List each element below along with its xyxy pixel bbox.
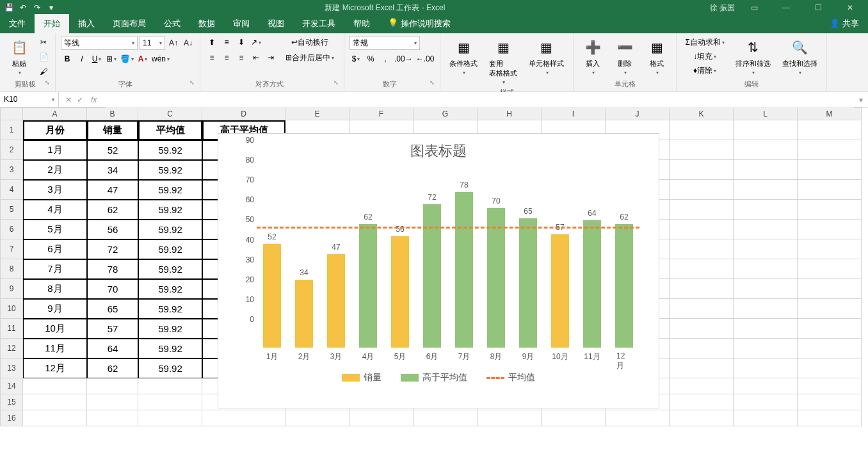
cell[interactable] [798,140,862,160]
row-header-12[interactable]: 12 [0,339,23,358]
cell[interactable] [285,410,350,426]
cell[interactable] [87,394,138,410]
sort-filter-button[interactable]: ⇅排序和筛选▾ [732,36,775,77]
select-all-corner[interactable] [0,108,23,120]
cell[interactable] [350,410,414,426]
format-cells-button[interactable]: ▦格式▾ [643,36,671,77]
chart-title[interactable]: 图表标题 [218,134,659,168]
cell[interactable]: 59.92 [138,319,202,339]
cell[interactable] [734,358,798,378]
find-select-button[interactable]: 🔍查找和选择▾ [778,36,821,77]
cell[interactable]: 3月 [23,180,87,200]
indent-decrease-icon[interactable]: ⇤ [250,51,262,64]
tab-layout[interactable]: 页面布局 [104,14,155,33]
tell-me[interactable]: 💡操作说明搜索 [379,14,460,33]
col-header-G[interactable]: G [414,108,478,120]
row-header-13[interactable]: 13 [0,358,23,378]
bar[interactable]: 47 [327,254,345,348]
cell[interactable] [23,378,87,394]
cell[interactable]: 47 [87,180,138,200]
chart-object[interactable]: 图表标题 0102030405060708090 523447625672787… [218,133,659,408]
cell[interactable] [798,120,862,140]
align-center-icon[interactable]: ≡ [220,51,233,64]
row-header-15[interactable]: 15 [0,394,23,410]
cell[interactable] [670,200,734,220]
plot-area[interactable]: 523447625672787065576462 [257,168,639,348]
bar[interactable]: 65 [519,218,537,348]
cell[interactable]: 62 [87,358,138,378]
redo-icon[interactable]: ↷ [32,3,42,13]
cell[interactable]: 59.92 [138,220,202,239]
cell[interactable] [138,410,202,426]
cell[interactable]: 59.92 [138,299,202,319]
clear-button[interactable]: ♦ 清除▾ [682,64,727,77]
cell[interactable] [798,200,862,220]
border-button[interactable]: ⊞▾ [105,52,118,65]
cell[interactable] [23,394,87,410]
row-header-9[interactable]: 9 [0,279,23,299]
cell[interactable] [670,299,734,319]
cell[interactable] [138,378,202,394]
tab-formulas[interactable]: 公式 [155,14,189,33]
bar[interactable]: 64 [583,220,601,348]
cell[interactable] [734,339,798,358]
align-left-icon[interactable]: ≡ [205,51,218,64]
bar[interactable]: 56 [391,236,409,348]
cell[interactable] [202,410,285,426]
cell[interactable] [734,180,798,200]
avg-line[interactable] [257,227,639,229]
cell[interactable] [734,259,798,279]
cell[interactable]: 2月 [23,160,87,180]
cell[interactable]: 59.92 [138,140,202,160]
merge-center-button[interactable]: ⊞ 合并后居中▾ [281,51,339,64]
cell[interactable] [414,410,478,426]
italic-button[interactable]: I [76,52,88,65]
share-button[interactable]: 👤 共享 [821,14,868,33]
cell[interactable]: 59.92 [138,358,202,378]
cell[interactable] [734,140,798,160]
autosum-button[interactable]: Σ 自动求和▾ [682,36,727,49]
cell[interactable] [798,180,862,200]
minimize-icon[interactable]: — [773,0,799,15]
cell[interactable] [734,410,798,426]
table-format-button[interactable]: ▦套用 表格格式▾ [485,36,521,86]
close-icon[interactable]: ✕ [837,0,863,15]
col-header-J[interactable]: J [606,108,670,120]
copy-icon[interactable]: 📄 [37,51,50,63]
cell[interactable] [798,239,862,259]
paste-button[interactable]: 📋粘贴▾ [5,36,33,77]
cell[interactable]: 销量 [87,120,138,140]
cell[interactable]: 34 [87,160,138,180]
increase-decimal-icon[interactable]: .00→ [394,52,414,65]
maximize-icon[interactable]: ☐ [805,0,831,15]
cell[interactable] [798,339,862,358]
cell[interactable]: 5月 [23,220,87,239]
col-header-A[interactable]: A [23,108,87,120]
bar[interactable]: 78 [455,192,473,348]
cell[interactable]: 12月 [23,358,87,378]
cell[interactable] [734,120,798,140]
cell[interactable]: 月份 [23,120,87,140]
row-header-2[interactable]: 2 [0,140,23,160]
wrap-text-button[interactable]: ↩ 自动换行 [281,36,339,49]
row-header-11[interactable]: 11 [0,319,23,339]
cell[interactable] [734,319,798,339]
dialog-launcher-icon[interactable]: ⤡ [430,79,435,86]
cell[interactable] [670,259,734,279]
cell[interactable]: 59.92 [138,200,202,220]
enter-formula-icon[interactable]: ✓ [77,95,83,104]
cell[interactable] [798,299,862,319]
delete-cells-button[interactable]: ➖删除▾ [611,36,639,77]
cell[interactable] [734,220,798,239]
cell[interactable]: 4月 [23,200,87,220]
row-header-4[interactable]: 4 [0,180,23,200]
cell[interactable] [670,140,734,160]
cancel-formula-icon[interactable]: ✕ [65,95,72,104]
cell[interactable] [670,410,734,426]
cell[interactable] [734,394,798,410]
decrease-font-icon[interactable]: A↓ [182,36,195,49]
row-header-10[interactable]: 10 [0,299,23,319]
cell[interactable]: 59.92 [138,160,202,180]
bar[interactable]: 34 [295,280,313,348]
cell[interactable] [670,378,734,394]
